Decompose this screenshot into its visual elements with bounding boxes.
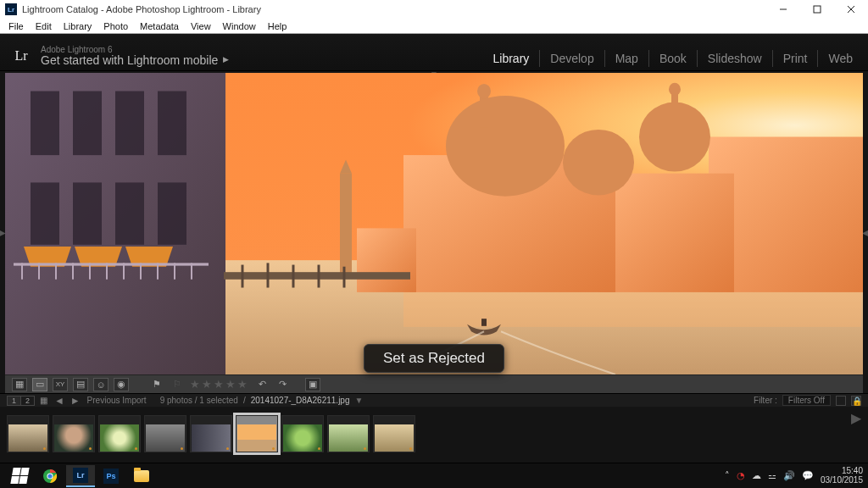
filmstrip[interactable]: ▶ bbox=[0, 407, 868, 463]
tray-avira-icon[interactable]: ◔ bbox=[737, 470, 745, 481]
svg-point-9 bbox=[446, 96, 565, 197]
status-toast: Set as Rejected bbox=[364, 344, 504, 373]
windows-taskbar: Lr Ps ˄ ◔ ☁ ⚍ 🔊 💬 15:40 03/10/2015 bbox=[0, 463, 868, 488]
menu-view[interactable]: View bbox=[186, 20, 216, 32]
svg-rect-42 bbox=[224, 272, 410, 280]
module-web[interactable]: Web bbox=[818, 50, 853, 67]
thumbnail-2[interactable] bbox=[53, 415, 95, 452]
photoshop-icon: Ps bbox=[103, 469, 119, 484]
svg-rect-19 bbox=[31, 92, 59, 156]
svg-rect-20 bbox=[73, 92, 102, 156]
filmstrip-header: 1 2 ▦ ◄ ► Previous Import 9 photos / 1 s… bbox=[0, 393, 868, 407]
flag-reject-button[interactable]: ⚐ bbox=[170, 378, 185, 391]
taskbar-photoshop[interactable]: Ps bbox=[97, 465, 125, 487]
filmstrip-scroll-right[interactable]: ▶ bbox=[851, 410, 861, 426]
thumbnail-1[interactable] bbox=[7, 415, 49, 452]
svg-rect-8 bbox=[357, 228, 416, 292]
rotate-ccw-button[interactable]: ↶ bbox=[254, 378, 270, 391]
secondary-display-toggle[interactable]: 1 2 bbox=[7, 396, 35, 406]
thumbnail-3[interactable] bbox=[98, 415, 141, 452]
svg-rect-26 bbox=[158, 182, 186, 244]
window-titlebar: Lr Lightroom Catalog - Adobe Photoshop L… bbox=[0, 0, 868, 19]
view-loupe-button[interactable]: ▭ bbox=[32, 378, 47, 391]
tray-overflow-icon[interactable]: ˄ bbox=[725, 470, 730, 481]
rotate-cw-button[interactable]: ↷ bbox=[275, 378, 290, 391]
right-panel-handle[interactable]: ◀ bbox=[863, 226, 868, 238]
preview-image bbox=[5, 73, 863, 374]
identity-plate: Lr Adobe Lightroom 6 Get started with Li… bbox=[10, 45, 229, 67]
menu-library[interactable]: Library bbox=[58, 20, 97, 32]
grid-shortcut-icon[interactable]: ▦ bbox=[40, 396, 47, 405]
module-develop[interactable]: Develop bbox=[540, 50, 604, 67]
svg-rect-48 bbox=[481, 319, 487, 326]
taskbar-explorer[interactable] bbox=[127, 465, 156, 487]
view-survey-button[interactable]: ▤ bbox=[73, 378, 88, 391]
window-close-button[interactable] bbox=[834, 0, 868, 19]
svg-rect-6 bbox=[598, 174, 734, 292]
rating-stars[interactable]: ★★★★★ bbox=[190, 378, 249, 391]
source-label[interactable]: Previous Import bbox=[87, 396, 147, 405]
svg-rect-22 bbox=[158, 92, 186, 156]
tray-notifications-icon[interactable]: 💬 bbox=[802, 470, 814, 481]
slideshow-button[interactable]: ▣ bbox=[305, 378, 320, 391]
module-map[interactable]: Map bbox=[605, 50, 649, 67]
thumbnail-4[interactable] bbox=[144, 415, 186, 452]
view-compare-button[interactable]: XY bbox=[53, 378, 68, 391]
module-slideshow[interactable]: Slideshow bbox=[698, 50, 773, 67]
module-book[interactable]: Book bbox=[649, 50, 698, 67]
clock-date: 03/10/2015 bbox=[821, 476, 863, 485]
window-maximize-button[interactable] bbox=[800, 0, 834, 19]
status-toast-text: Set as Rejected bbox=[383, 350, 485, 366]
current-filename: 20141027-_D8A26211.jpg bbox=[251, 396, 350, 405]
svg-rect-0 bbox=[814, 6, 821, 13]
svg-point-15 bbox=[669, 83, 681, 96]
path-separator: / bbox=[243, 396, 246, 405]
menu-help[interactable]: Help bbox=[263, 20, 292, 32]
taskbar-clock[interactable]: 15:40 03/10/2015 bbox=[821, 467, 863, 485]
monitor-2[interactable]: 2 bbox=[21, 396, 34, 405]
nav-back-button[interactable]: ◄ bbox=[53, 395, 66, 407]
tray-wifi-icon[interactable]: ⚍ bbox=[768, 470, 776, 481]
svg-rect-21 bbox=[115, 92, 144, 156]
painter-button[interactable]: ◉ bbox=[114, 378, 129, 391]
window-title: Lightroom Catalog - Adobe Photoshop Ligh… bbox=[22, 4, 261, 14]
menu-edit[interactable]: Edit bbox=[31, 20, 57, 32]
filter-lock-button[interactable]: 🔒 bbox=[851, 396, 861, 406]
taskbar-lightroom[interactable]: Lr bbox=[66, 465, 95, 487]
menu-photo[interactable]: Photo bbox=[98, 20, 133, 32]
start-button[interactable] bbox=[5, 465, 34, 487]
menu-file[interactable]: File bbox=[3, 20, 29, 32]
loupe-preview[interactable] bbox=[5, 73, 863, 374]
module-library[interactable]: Library bbox=[483, 50, 541, 67]
nav-forward-button[interactable]: ► bbox=[69, 395, 82, 407]
thumbnail-8[interactable] bbox=[327, 415, 370, 452]
dropdown-icon[interactable]: ▼ bbox=[354, 396, 363, 405]
taskbar-chrome[interactable] bbox=[36, 465, 64, 487]
view-people-button[interactable]: ☺ bbox=[93, 378, 108, 391]
thumbnail-6[interactable] bbox=[236, 415, 278, 452]
folder-icon bbox=[134, 470, 149, 482]
view-grid-button[interactable]: ▦ bbox=[12, 378, 27, 391]
nav-arrows: ◄ ► bbox=[53, 395, 82, 407]
lightroom-logo-icon: Lr bbox=[10, 45, 32, 67]
flag-pick-button[interactable]: ⚑ bbox=[149, 378, 164, 391]
windows-logo-icon bbox=[10, 468, 29, 484]
thumbnail-7[interactable] bbox=[281, 415, 324, 452]
tray-onedrive-icon[interactable]: ☁ bbox=[752, 470, 761, 481]
menu-metadata[interactable]: Metadata bbox=[135, 20, 184, 32]
clock-time: 15:40 bbox=[821, 467, 863, 476]
filter-dropdown[interactable]: Filters Off bbox=[782, 395, 831, 406]
monitor-1[interactable]: 1 bbox=[8, 396, 21, 405]
lightroom-icon: Lr bbox=[73, 468, 88, 483]
filter-value: Filters Off bbox=[788, 396, 825, 405]
thumbnail-5[interactable] bbox=[190, 415, 232, 452]
menu-window[interactable]: Window bbox=[218, 20, 261, 32]
mobile-promo-link[interactable]: Get started with Lightroom mobile ▶ bbox=[41, 54, 229, 67]
module-print[interactable]: Print bbox=[773, 50, 819, 67]
filter-preset-button[interactable] bbox=[836, 396, 846, 406]
tray-volume-icon[interactable]: 🔊 bbox=[783, 470, 795, 481]
play-icon: ▶ bbox=[223, 56, 229, 64]
mobile-promo-text: Get started with Lightroom mobile bbox=[41, 54, 218, 67]
window-minimize-button[interactable] bbox=[766, 0, 800, 19]
thumbnail-9[interactable] bbox=[373, 415, 415, 452]
